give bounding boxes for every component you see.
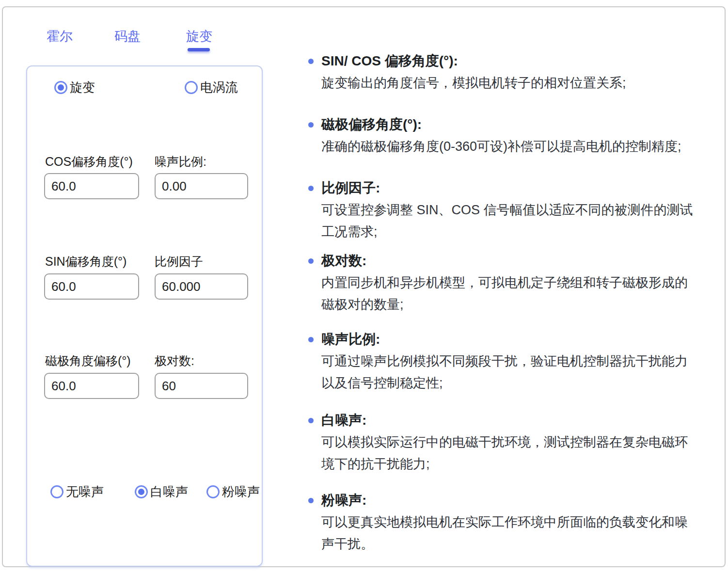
desc-body: 内置同步机和异步机模型，可拟电机定子绕组和转子磁极形成的 磁极对的数量; [321,272,720,316]
bullet-icon [308,122,314,128]
pole-angle-offset-input[interactable] [44,373,139,399]
tab-encoder[interactable]: 码盘 [114,28,141,45]
bullet-icon [308,418,314,423]
bullet-icon [308,59,314,64]
active-tab-indicator [188,48,210,51]
desc-noise-ratio: 噪声比例: 可通过噪声比例模拟不同频段干扰，验证电机控制器抗干扰能力 以及信号控… [308,330,720,394]
radio-eddy-current-circle[interactable] [185,81,198,94]
radio-resolver[interactable]: 旋变 [54,80,95,95]
desc-title: 噪声比例: [321,330,720,349]
radio-white-noise-label: 白噪声 [150,483,188,500]
desc-white-noise: 白噪声: 可以模拟实际运行中的电磁干扰环境，测试控制器在复杂电磁环 境下的抗干扰… [308,411,720,475]
desc-title: SIN/ COS 偏移角度(°): [321,51,720,71]
pole-pairs-input[interactable] [155,373,248,399]
radio-resolver-circle[interactable] [54,81,67,94]
scale-factor-label: 比例因子 [155,254,203,270]
desc-pink-noise: 粉噪声: 可以更真实地模拟电机在实际工作环境中所面临的负载变化和噪 声干扰。 [308,491,720,555]
resolver-settings-panel: 旋变 电涡流 COS偏移角度(°) 噪声比例: SIN偏移角度(°) 比例因子 … [26,65,263,567]
app-window: 霍尔 码盘 旋变 旋变 电涡流 COS偏移角度(°) 噪声比例: SIN偏移角度… [2,6,726,567]
desc-pole-pairs: 极对数: 内置同步机和异步机模型，可拟电机定子绕组和转子磁极形成的 磁极对的数量… [308,251,720,316]
tab-hall[interactable]: 霍尔 [47,28,73,45]
bullet-icon [308,498,314,503]
desc-pole-offset: 磁极偏移角度(°): 准确的磁极偏移角度(0-360可设)补偿可以提高电机的控制… [308,115,720,158]
desc-title: 比例因子: [321,178,720,198]
desc-body: 可以模拟实际运行中的电磁干扰环境，测试控制器在复杂电磁环 境下的抗干扰能力; [321,431,720,475]
desc-sin-cos-offset: SIN/ COS 偏移角度(°): 旋变输出的角度信号，模拟电机转子的相对位置关… [308,51,720,94]
desc-body: 可设置控参调整 SIN、COS 信号幅值以适应不同的被测件的测试 工况需求; [321,199,720,243]
radio-eddy-current[interactable]: 电涡流 [185,80,238,95]
desc-body: 准确的磁极偏移角度(0-360可设)补偿可以提高电机的控制精度; [321,136,720,158]
desc-body: 旋变输出的角度信号，模拟电机转子的相对位置关系; [321,72,720,94]
radio-pink-noise-circle[interactable] [206,485,220,498]
radio-resolver-label: 旋变 [70,79,95,96]
radio-no-noise-circle[interactable] [50,485,63,498]
radio-white-noise[interactable]: 白噪声 [135,484,188,499]
radio-no-noise-label: 无噪声 [66,483,104,500]
pole-angle-offset-label: 磁极角度偏移(°) [45,353,131,369]
desc-body: 可通过噪声比例模拟不同频段干扰，验证电机控制器抗干扰能力 以及信号控制稳定性; [321,351,720,394]
radio-pink-noise[interactable]: 粉噪声 [206,484,260,499]
sin-offset-input[interactable] [44,273,139,300]
bullet-icon [308,258,314,264]
noise-ratio-label: 噪声比例: [155,154,206,170]
desc-title: 极对数: [321,251,720,271]
scale-factor-input[interactable] [155,273,248,300]
radio-pink-noise-label: 粉噪声 [222,483,260,500]
desc-title: 磁极偏移角度(°): [321,115,720,134]
radio-eddy-current-label: 电涡流 [200,79,238,96]
cos-offset-label: COS偏移角度(°) [45,154,133,170]
desc-title: 白噪声: [321,411,720,430]
desc-title: 粉噪声: [321,491,720,510]
bullet-icon [308,337,314,342]
desc-scale-factor: 比例因子: 可设置控参调整 SIN、COS 信号幅值以适应不同的被测件的测试 工… [308,178,720,243]
radio-white-noise-circle[interactable] [135,485,148,498]
pole-pairs-label: 极对数: [155,353,194,369]
bullet-icon [308,186,314,191]
cos-offset-input[interactable] [44,173,139,199]
sin-offset-label: SIN偏移角度(°) [45,254,127,270]
radio-no-noise[interactable]: 无噪声 [50,484,104,499]
tab-resolver[interactable]: 旋变 [186,28,212,45]
desc-body: 可以更真实地模拟电机在实际工作环境中所面临的负载变化和噪 声干扰。 [321,511,720,555]
noise-ratio-input[interactable] [155,173,248,199]
